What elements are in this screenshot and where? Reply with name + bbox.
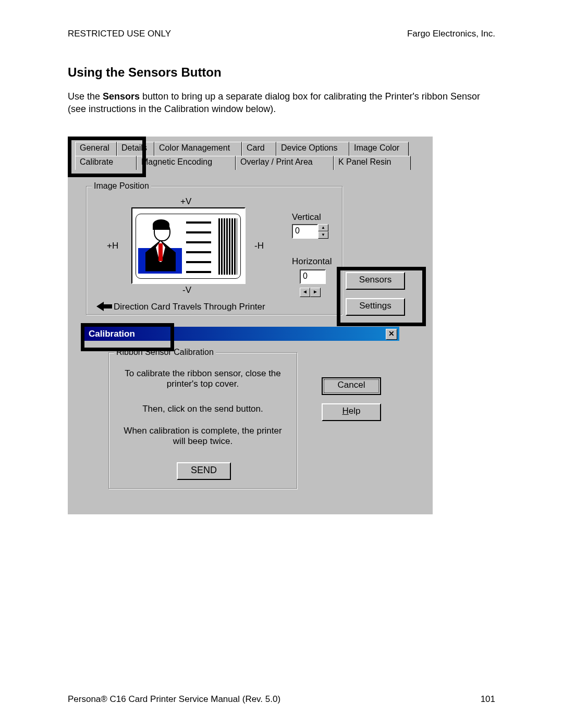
card-preview <box>131 207 246 284</box>
cancel-button[interactable]: Cancel <box>322 377 381 395</box>
image-position-label: Image Position <box>92 181 151 191</box>
tab-magnetic-encoding[interactable]: Magnetic Encoding <box>137 156 236 170</box>
card-barcode <box>218 218 237 275</box>
minus-v-label: -V <box>182 285 191 295</box>
direction-text: Direction Card Travels Through Printer <box>114 302 265 312</box>
calibration-titlebar: Calibration ✕ <box>84 327 399 341</box>
page-number: 101 <box>481 694 495 705</box>
tab-overlay-print-area[interactable]: Overlay / Print Area <box>236 156 334 170</box>
dialog-screenshot: General Details Color Management Card De… <box>68 137 433 514</box>
calibration-text-3: When calibration is complete, the printe… <box>119 426 286 447</box>
horizontal-right-button[interactable]: ► <box>310 288 321 297</box>
svg-marker-0 <box>96 302 112 311</box>
vertical-label: Vertical <box>292 212 321 223</box>
send-button[interactable]: SEND <box>177 462 231 480</box>
ribbon-sensor-group: Ribbon Sensor Calibration To calibrate t… <box>108 352 297 489</box>
help-button[interactable]: Help <box>322 403 381 421</box>
tab-card[interactable]: Card <box>242 142 276 156</box>
tab-k-panel-resin[interactable]: K Panel Resin <box>334 156 411 170</box>
section-heading: Using the Sensors Button <box>68 65 495 80</box>
calibration-close-button[interactable]: ✕ <box>386 329 397 340</box>
plus-v-label: +V <box>180 196 191 207</box>
calibration-dialog: Ribbon Sensor Calibration To calibrate t… <box>84 341 399 511</box>
property-tabs: General Details Color Management Card De… <box>75 142 411 170</box>
tab-color-management[interactable]: Color Management <box>154 142 242 156</box>
header-left: RESTRICTED USE ONLY <box>68 29 171 39</box>
minus-h-label: -H <box>254 241 264 251</box>
tab-device-options[interactable]: Device Options <box>276 142 349 156</box>
plus-h-label: +H <box>107 241 118 251</box>
card-portrait <box>138 217 182 274</box>
card-text-lines <box>186 221 211 273</box>
settings-button[interactable]: Settings <box>346 298 405 316</box>
tab-details[interactable]: Details <box>117 142 154 156</box>
vertical-up-button[interactable]: ▲ <box>318 224 328 231</box>
tab-general[interactable]: General <box>75 142 117 156</box>
direction-arrow-icon <box>96 302 112 311</box>
horizontal-spinner[interactable]: ◄ ► <box>300 288 321 297</box>
horizontal-label: Horizontal <box>292 256 332 267</box>
sensors-button[interactable]: Sensors <box>346 272 405 290</box>
header-right: Fargo Electronics, Inc. <box>407 29 495 39</box>
horizontal-input[interactable]: 0 <box>300 269 326 284</box>
tab-image-color[interactable]: Image Color <box>349 142 409 156</box>
vertical-input[interactable]: 0 <box>292 224 318 239</box>
tab-calibrate[interactable]: Calibrate <box>75 156 137 170</box>
ribbon-group-label: Ribbon Sensor Calibration <box>114 348 216 357</box>
vertical-spinner[interactable]: ▲ ▼ <box>318 224 328 239</box>
footer-left: Persona® C16 Card Printer Service Manual… <box>68 694 280 705</box>
calibration-text-2: Then, click on the send button. <box>119 404 286 414</box>
vertical-down-button[interactable]: ▼ <box>318 231 328 239</box>
calibration-text-1: To calibrate the ribbon sensor, close th… <box>119 368 286 389</box>
horizontal-left-button[interactable]: ◄ <box>300 288 310 297</box>
body-paragraph: Use the Sensors button to bring up a sep… <box>68 90 495 116</box>
